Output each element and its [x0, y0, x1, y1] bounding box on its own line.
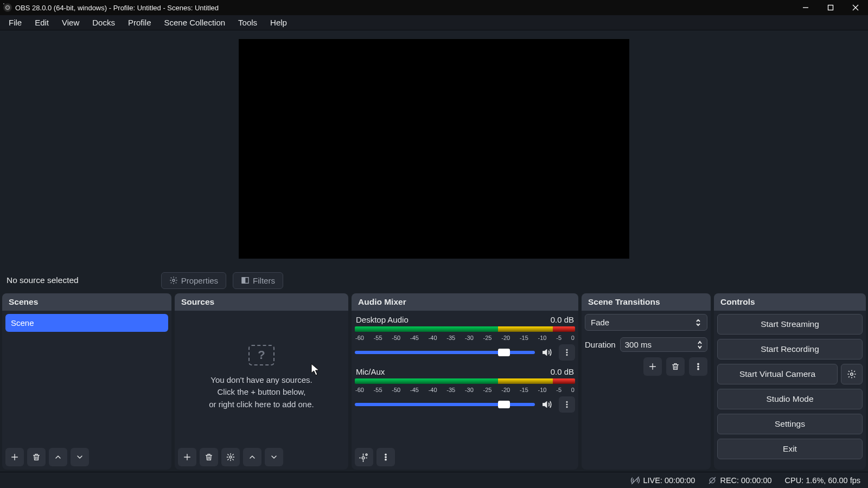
channel-name: Desktop Audio: [356, 315, 409, 324]
svg-point-12: [566, 349, 567, 350]
menu-docks[interactable]: Docks: [86, 16, 122, 29]
channel-menu-button[interactable]: [559, 396, 575, 413]
context-bar: No source selected Properties Filters: [0, 267, 868, 293]
start-streaming-button[interactable]: Start Streaming: [717, 314, 863, 335]
speaker-icon: [541, 347, 552, 358]
source-props-button[interactable]: [221, 448, 240, 466]
mute-button[interactable]: [540, 398, 553, 411]
sources-list[interactable]: ? You don't have any sources. Click the …: [175, 311, 348, 445]
svg-point-17: [566, 406, 567, 407]
transition-menu-button[interactable]: [689, 357, 707, 376]
menu-scene-collection[interactable]: Scene Collection: [158, 16, 232, 29]
transition-selected: Fade: [591, 318, 609, 327]
rec-text: REC: 00:00:00: [720, 476, 771, 485]
channel-db: 0.0 dB: [551, 367, 574, 376]
svg-point-13: [566, 352, 567, 353]
menu-profile[interactable]: Profile: [122, 16, 158, 29]
chevron-up-icon: [248, 453, 257, 461]
sources-empty-line2: Click the + button below,: [217, 386, 305, 399]
broadcast-off-icon: [630, 476, 640, 485]
title-bar: OBS 28.0.0 (64-bit, windows) - Profile: …: [0, 0, 868, 15]
delete-scene-button[interactable]: [27, 448, 46, 466]
preview-canvas[interactable]: [239, 39, 629, 259]
audio-meter: [355, 326, 575, 334]
sources-placeholder-icon: ?: [248, 345, 275, 365]
transition-select[interactable]: Fade: [585, 314, 707, 331]
menu-edit[interactable]: Edit: [28, 16, 55, 29]
maximize-button[interactable]: [818, 0, 843, 15]
minimize-button[interactable]: [793, 0, 818, 15]
sources-dock: Sources ? You don't have any sources. Cl…: [175, 293, 348, 470]
plus-icon: [183, 453, 192, 461]
sources-empty-line3: or right click here to add one.: [209, 399, 314, 411]
properties-label: Properties: [181, 276, 218, 285]
status-cpu: CPU: 1.6%, 60.00 fps: [785, 476, 860, 485]
chevron-down-icon: [697, 345, 703, 349]
channel-menu-button[interactable]: [559, 344, 575, 361]
duration-input[interactable]: 300 ms: [620, 337, 707, 352]
preview-area[interactable]: [0, 30, 868, 267]
transitions-dock: Scene Transitions Fade Duration 300 ms: [582, 293, 711, 470]
audio-mixer-dock: Audio Mixer Desktop Audio 0.0 dB -60-55-…: [352, 293, 578, 470]
menu-view[interactable]: View: [55, 16, 86, 29]
menu-tools[interactable]: Tools: [232, 16, 264, 29]
svg-point-16: [566, 404, 567, 405]
mute-button[interactable]: [540, 346, 553, 359]
plus-icon: [648, 362, 657, 371]
scene-down-button[interactable]: [71, 448, 89, 466]
svg-point-18: [362, 457, 365, 459]
dots-vertical-icon: [381, 453, 390, 461]
chevron-up-icon: [54, 453, 62, 461]
add-scene-button[interactable]: [5, 448, 24, 466]
start-recording-button[interactable]: Start Recording: [717, 339, 863, 359]
add-transition-button[interactable]: [643, 357, 662, 376]
svg-point-19: [366, 454, 367, 455]
close-button[interactable]: [843, 0, 868, 15]
svg-point-21: [385, 457, 386, 458]
settings-button[interactable]: Settings: [717, 414, 863, 434]
source-down-button[interactable]: [265, 448, 283, 466]
volume-slider[interactable]: [355, 351, 535, 354]
source-up-button[interactable]: [243, 448, 261, 466]
svg-rect-6: [242, 278, 245, 284]
chevron-down-icon: [270, 453, 278, 461]
dots-vertical-icon: [563, 400, 571, 409]
meter-ticks: -60-55-50-45-40-35-30-25-20-15-10-50: [355, 335, 575, 341]
volume-slider[interactable]: [355, 403, 535, 406]
delete-source-button[interactable]: [200, 448, 218, 466]
live-text: LIVE: 00:00:00: [643, 476, 695, 485]
slider-knob[interactable]: [498, 349, 510, 356]
dots-vertical-icon: [694, 362, 703, 371]
scene-item[interactable]: Scene: [5, 314, 168, 332]
add-source-button[interactable]: [178, 448, 196, 466]
svg-point-11: [229, 456, 232, 458]
virtual-cam-settings-button[interactable]: [841, 364, 863, 384]
start-virtual-cam-button[interactable]: Start Virtual Camera: [717, 364, 838, 384]
plus-icon: [10, 453, 19, 461]
mixer-title: Audio Mixer: [352, 293, 578, 311]
menu-help[interactable]: Help: [264, 16, 293, 29]
svg-point-26: [698, 366, 699, 367]
properties-button[interactable]: Properties: [161, 272, 226, 289]
exit-button[interactable]: Exit: [717, 439, 863, 459]
gear-icon: [847, 369, 857, 379]
scene-up-button[interactable]: [49, 448, 67, 466]
meter-ticks: -60-55-50-45-40-35-30-25-20-15-10-50: [355, 387, 575, 393]
filters-button[interactable]: Filters: [233, 272, 283, 289]
studio-mode-button[interactable]: Studio Mode: [717, 389, 863, 409]
sources-empty-line1: You don't have any sources.: [210, 374, 312, 387]
mixer-advanced-button[interactable]: [355, 448, 373, 466]
delete-transition-button[interactable]: [666, 357, 685, 376]
status-rec: REC: 00:00:00: [708, 476, 771, 485]
window-title: OBS 28.0.0 (64-bit, windows) - Profile: …: [15, 4, 793, 12]
record-off-icon: [708, 476, 717, 485]
gear-settings-icon: [359, 452, 369, 462]
svg-point-25: [698, 363, 699, 364]
menu-file[interactable]: File: [2, 16, 28, 29]
slider-knob[interactable]: [498, 401, 510, 408]
sources-title: Sources: [175, 293, 348, 311]
filters-label: Filters: [253, 276, 275, 285]
svg-point-14: [566, 354, 567, 355]
mixer-menu-button[interactable]: [376, 448, 395, 466]
duration-label: Duration: [585, 340, 616, 349]
